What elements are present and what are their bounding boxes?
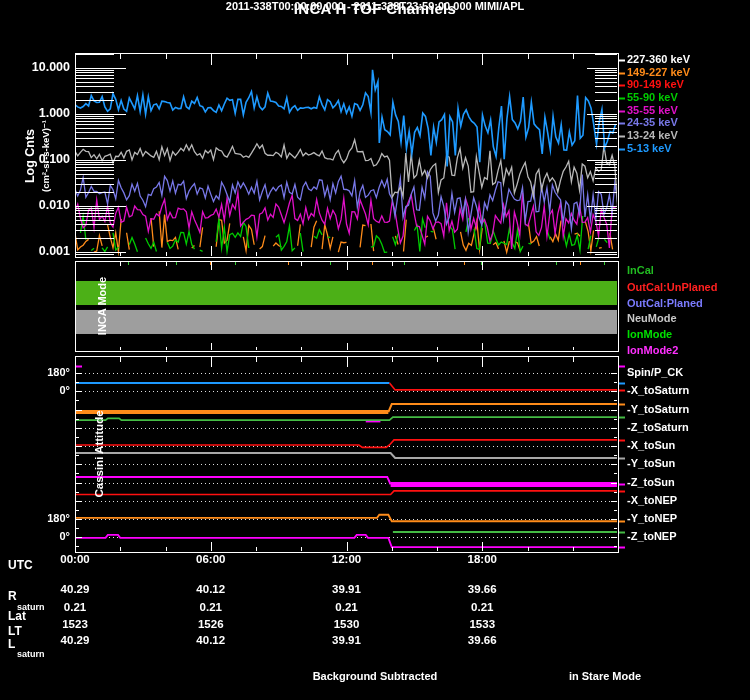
footer-background-subtracted: Background Subtracted (285, 670, 465, 682)
plot-canvas (0, 0, 750, 700)
flux-y-axis-label-main: Log Cnts (23, 46, 38, 266)
time-range-subtitle: 2011-338T00:00:00.000 - 2011-338T23:59:0… (0, 0, 750, 12)
flux-y-axis-label-units: (cm²-sr-s-keV)⁻¹ (38, 46, 53, 266)
footer-stare-mode: in Stare Mode (540, 670, 670, 682)
flux-y-axis-label: Log Cnts (cm²-sr-s-keV)⁻¹ (23, 46, 57, 266)
mode-panel-label: INCA Mode (96, 246, 110, 366)
attitude-panel-label: Cassini Attitude (93, 374, 107, 534)
utc-axis-label: UTC (8, 558, 33, 572)
plot-page: INCA H TOF Channels 2011-338T00:00:00.00… (0, 0, 750, 700)
